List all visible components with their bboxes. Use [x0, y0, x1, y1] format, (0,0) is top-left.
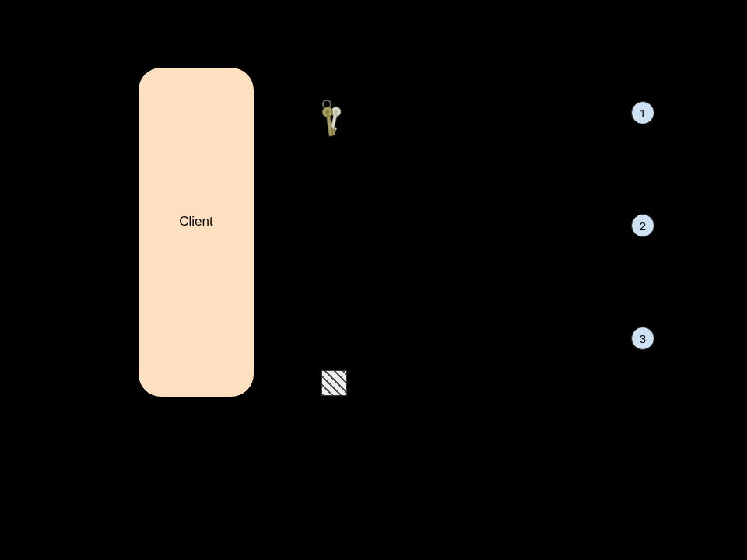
step-number: 3	[640, 332, 646, 345]
step-marker-1: 1	[631, 101, 654, 124]
client-label: Client	[138, 214, 254, 229]
keys-icon	[316, 99, 350, 142]
svg-rect-9	[331, 128, 335, 131]
hatched-box-icon	[321, 370, 347, 396]
step-number: 2	[640, 219, 646, 233]
step-marker-3: 3	[631, 327, 654, 350]
svg-rect-10	[332, 132, 335, 135]
diagram-canvas: Client 1 2	[0, 0, 747, 560]
client-box	[138, 67, 254, 397]
step-number: 1	[640, 107, 646, 120]
step-marker-2: 2	[631, 214, 654, 237]
